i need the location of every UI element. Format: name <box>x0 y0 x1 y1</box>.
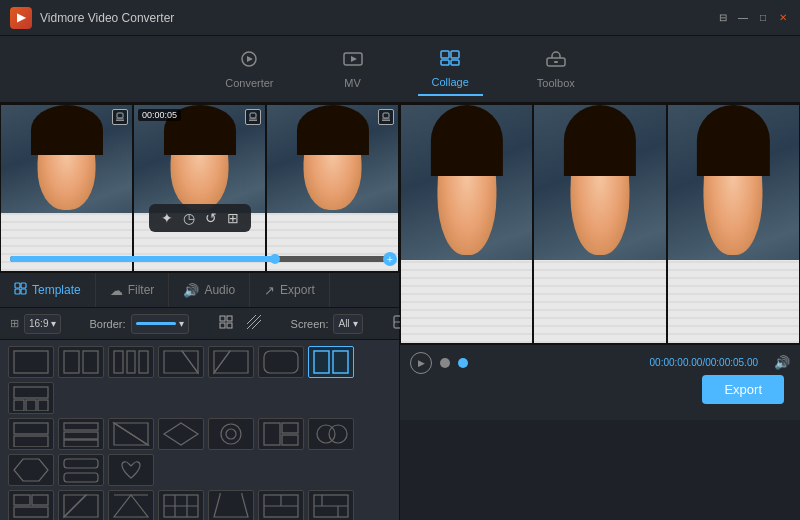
aspect-ratio-group: ⊞ 16:9 ▾ <box>10 314 61 334</box>
svg-marker-57 <box>14 459 48 481</box>
screen-select[interactable]: All ▾ <box>333 314 362 334</box>
tmpl-r2-6[interactable] <box>258 418 304 450</box>
svg-rect-14 <box>21 283 26 288</box>
export-button[interactable]: Export <box>702 375 784 404</box>
current-time: 00:00:00.00 <box>650 357 703 368</box>
volume-icon[interactable]: 🔊 <box>774 355 790 370</box>
svg-rect-29 <box>114 351 123 373</box>
svg-rect-53 <box>282 423 298 433</box>
left-panel: 00:00:05 ✦ ◷ ↺ ⊞ <box>0 104 400 520</box>
tmpl-r2-8[interactable] <box>8 454 54 486</box>
grid-icon-btn[interactable] <box>217 313 235 334</box>
nav-mv[interactable]: MV <box>328 44 378 95</box>
close-btn[interactable]: ✕ <box>776 11 790 25</box>
tab-audio[interactable]: 🔊 Audio <box>169 273 250 307</box>
border-select[interactable]: ▾ <box>131 314 189 334</box>
minimize-btn[interactable]: — <box>736 11 750 25</box>
add-badge-2[interactable] <box>245 109 261 125</box>
nav-toolbox[interactable]: Toolbox <box>523 44 589 95</box>
tmpl-r3-7[interactable] <box>308 490 354 520</box>
svg-rect-18 <box>227 316 232 321</box>
person-sim-2 <box>134 105 265 271</box>
template-tab-icon <box>14 282 27 298</box>
tmpl-r2-9[interactable] <box>58 454 104 486</box>
time-dot <box>440 358 450 368</box>
svg-rect-11 <box>250 113 256 118</box>
svg-rect-37 <box>314 351 329 373</box>
svg-rect-42 <box>38 400 48 411</box>
tmpl-3col[interactable] <box>108 346 154 378</box>
nav-toolbox-label: Toolbox <box>537 77 575 89</box>
tmpl-r2-5[interactable] <box>208 418 254 450</box>
tmpl-r2-3[interactable] <box>108 418 154 450</box>
svg-rect-41 <box>26 400 36 411</box>
tmpl-r3-3[interactable] <box>108 490 154 520</box>
tmpl-r3-6[interactable] <box>258 490 304 520</box>
tmpl-2col[interactable] <box>58 346 104 378</box>
play-button[interactable]: ▶ <box>410 352 432 374</box>
svg-rect-59 <box>64 473 98 482</box>
tmpl-r3-1[interactable] <box>8 490 54 520</box>
tmpl-diag-l[interactable] <box>158 346 204 378</box>
edit-toolbar: ✦ ◷ ↺ ⊞ <box>149 204 251 232</box>
add-badge-1[interactable] <box>112 109 128 125</box>
tmpl-r2-1[interactable] <box>8 418 54 450</box>
pattern-icon-btn[interactable] <box>245 313 263 334</box>
tmpl-2vert-selected[interactable] <box>308 346 354 378</box>
message-btn[interactable]: ⊟ <box>716 11 730 25</box>
svg-line-22 <box>247 315 256 324</box>
filter-tab-icon: ☁ <box>110 283 123 298</box>
preview-cell-3 <box>266 104 399 272</box>
svg-rect-40 <box>14 400 24 411</box>
svg-rect-45 <box>64 423 98 430</box>
svg-rect-39 <box>14 387 48 398</box>
tmpl-r2-heart[interactable] <box>108 454 154 486</box>
border-chevron-icon: ▾ <box>179 318 184 329</box>
tmpl-r3-2[interactable] <box>58 490 104 520</box>
collage-icon <box>439 49 461 72</box>
progress-bar[interactable]: + <box>10 256 389 262</box>
tab-template[interactable]: Template <box>0 273 96 307</box>
converter-icon <box>238 50 260 73</box>
progress-thumb[interactable] <box>270 254 280 264</box>
svg-point-50 <box>221 424 241 444</box>
add-badge-3[interactable] <box>378 109 394 125</box>
tmpl-r2-4[interactable] <box>158 418 204 450</box>
time-badge: 00:00:05 <box>138 109 181 121</box>
mv-icon <box>342 50 364 73</box>
tmpl-r3-5[interactable] <box>208 490 254 520</box>
border-line-preview <box>136 322 176 325</box>
star-tool-icon[interactable]: ✦ <box>161 210 173 226</box>
grid-tool-icon[interactable]: ⊞ <box>227 210 239 226</box>
svg-marker-49 <box>114 423 148 445</box>
svg-rect-30 <box>127 351 135 373</box>
tmpl-rounded[interactable] <box>258 346 304 378</box>
export-tab-icon: ↗ <box>264 283 275 298</box>
rotate-tool-icon[interactable]: ↺ <box>205 210 217 226</box>
tmpl-single[interactable] <box>8 346 54 378</box>
aspect-ratio-select[interactable]: 16:9 ▾ <box>24 314 61 334</box>
tmpl-3top-1bot[interactable] <box>8 382 54 414</box>
tab-filter[interactable]: ☁ Filter <box>96 273 170 307</box>
svg-rect-58 <box>64 459 98 468</box>
right-preview <box>400 104 800 344</box>
tmpl-r2-7[interactable] <box>308 418 354 450</box>
nav-collage[interactable]: Collage <box>418 43 483 96</box>
clock-tool-icon[interactable]: ◷ <box>183 210 195 226</box>
svg-rect-16 <box>21 289 26 294</box>
progress-add-btn[interactable]: + <box>383 252 397 266</box>
progress-dot[interactable] <box>458 358 468 368</box>
tab-export[interactable]: ↗ Export <box>250 273 330 307</box>
svg-rect-36 <box>264 351 298 373</box>
tmpl-r2-2[interactable] <box>58 418 104 450</box>
svg-point-56 <box>329 425 347 443</box>
svg-rect-17 <box>220 316 225 321</box>
svg-marker-35 <box>214 351 248 373</box>
nav-converter[interactable]: Converter <box>211 44 287 95</box>
maximize-btn[interactable]: □ <box>756 11 770 25</box>
tab-export-label: Export <box>280 283 315 297</box>
tmpl-r3-4[interactable] <box>158 490 204 520</box>
nav-converter-label: Converter <box>225 77 273 89</box>
tmpl-diag-r[interactable] <box>208 346 254 378</box>
svg-rect-13 <box>15 283 20 288</box>
